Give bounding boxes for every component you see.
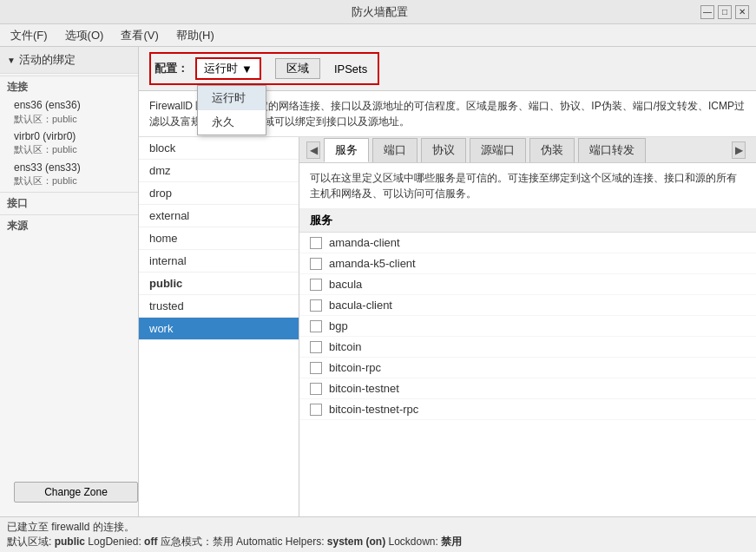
config-label: 配置：	[154, 61, 188, 76]
zone-tab-button[interactable]: 区域	[275, 58, 320, 79]
service-name-bitcoin-testnet-rpc: bitcoin-testnet-rpc	[329, 403, 418, 416]
config-dropdown[interactable]: 运行时 ▼ 运行时 永久	[195, 57, 261, 80]
service-item-bacula[interactable]: bacula	[299, 274, 756, 295]
config-dropdown-popup: 运行时 永久	[197, 85, 266, 135]
tab-端口转发[interactable]: 端口转发	[578, 138, 646, 162]
tab-nav-right[interactable]: ▶	[732, 141, 746, 159]
zone-item-public[interactable]: public	[139, 273, 299, 295]
service-checkbox-bitcoin[interactable]	[310, 341, 322, 353]
connection-ens36-name: ens36 (ens36)	[14, 99, 131, 113]
status-default-zone-value: public	[55, 536, 89, 548]
services-col-header: 服务	[310, 214, 332, 227]
tab-服务[interactable]: 服务	[324, 138, 369, 162]
tab-伪装[interactable]: 伪装	[529, 138, 575, 162]
service-checkbox-bacula[interactable]	[310, 279, 322, 291]
menu-view[interactable]: 查看(V)	[114, 26, 165, 45]
maximize-button[interactable]: □	[718, 5, 732, 19]
connection-virbr0-name: virbr0 (virbr0)	[14, 130, 131, 144]
tab-nav-left[interactable]: ◀	[306, 141, 320, 159]
zone-item-block[interactable]: block	[139, 137, 299, 160]
service-checkbox-amanda-k5-client[interactable]	[310, 258, 322, 270]
active-bindings-header[interactable]: ▼ 活动的绑定	[0, 47, 138, 74]
zone-item-dmz[interactable]: dmz	[139, 160, 299, 182]
tab-协议[interactable]: 协议	[421, 138, 466, 162]
service-item-amanda-client[interactable]: amanda-client	[299, 233, 756, 253]
config-row: 配置： 运行时 ▼ 运行时 永久 区域 IPSets	[139, 47, 756, 91]
config-selected-value: 运行时	[204, 61, 238, 76]
connections-label: 连接	[0, 76, 138, 96]
sidebar-connection-ens33[interactable]: ens33 (ens33) 默认区：public	[0, 159, 138, 190]
service-checkbox-bgp[interactable]	[310, 320, 322, 332]
services-list: amanda-clientamanda-k5-clientbaculabacul…	[299, 233, 756, 516]
service-checkbox-bitcoin-testnet-rpc[interactable]	[310, 404, 322, 416]
service-checkbox-bitcoin-testnet[interactable]	[310, 383, 322, 395]
zone-item-work[interactable]: work	[139, 318, 299, 340]
tabs-area: ◀ 服务端口协议源端口伪装端口转发 ▶	[299, 137, 756, 163]
service-checkbox-bitcoin-rpc[interactable]	[310, 362, 322, 374]
window-title: 防火墙配置	[59, 4, 700, 20]
title-bar-controls: — □ ✕	[700, 5, 749, 19]
sidebar-connection-ens36[interactable]: ens36 (ens36) 默认区：public	[0, 96, 138, 128]
status-helpers-value: system (on)	[327, 536, 389, 548]
sidebar: ▼ 活动的绑定 连接 ens36 (ens36) 默认区：public virb…	[0, 47, 139, 516]
service-item-bitcoin-testnet-rpc[interactable]: bitcoin-testnet-rpc	[299, 399, 756, 420]
status-logdenied-value: off	[144, 536, 161, 548]
service-name-amanda-client: amanda-client	[329, 236, 400, 249]
status-line1: 已建立至 firewalld 的连接。	[7, 520, 749, 535]
services-description: 可以在这里定义区域中哪些服务是可信的。可连接至绑定到这个区域的连接、接口和源的所…	[299, 163, 756, 209]
service-item-bacula-client[interactable]: bacula-client	[299, 295, 756, 316]
zone-item-internal[interactable]: internal	[139, 250, 299, 273]
sources-label: 来源	[0, 214, 138, 235]
service-item-bitcoin-testnet[interactable]: bitcoin-testnet	[299, 378, 756, 399]
dropdown-option-runtime[interactable]: 运行时	[198, 86, 266, 110]
status-lockdown-label: Lockdown:	[389, 536, 438, 548]
title-bar: 防火墙配置 — □ ✕	[0, 0, 756, 24]
connection-ens33-name: ens33 (ens33)	[14, 161, 131, 175]
collapse-arrow-icon: ▼	[7, 56, 16, 65]
menu-help[interactable]: 帮助(H)	[169, 26, 221, 45]
service-name-bitcoin-rpc: bitcoin-rpc	[329, 361, 381, 374]
service-name-bitcoin: bitcoin	[329, 340, 362, 353]
connection-ens36-default: 默认区：public	[14, 113, 131, 125]
connection-virbr0-default: 默认区：public	[14, 143, 131, 155]
service-name-bacula-client: bacula-client	[329, 299, 392, 312]
services-panel: ◀ 服务端口协议源端口伪装端口转发 ▶ 可以在这里定义区域中哪些服务是可信的。可…	[299, 137, 756, 516]
zone-item-external[interactable]: external	[139, 205, 299, 227]
interfaces-label: 接口	[0, 192, 138, 213]
zone-item-trusted[interactable]: trusted	[139, 295, 299, 318]
dropdown-option-permanent[interactable]: 永久	[198, 110, 266, 135]
tab-端口[interactable]: 端口	[372, 138, 417, 162]
service-name-amanda-k5-client: amanda-k5-client	[329, 257, 416, 270]
menu-file[interactable]: 文件(F)	[3, 26, 55, 45]
minimize-button[interactable]: —	[700, 5, 714, 19]
change-zone-button[interactable]: Change Zone	[14, 482, 138, 503]
service-checkbox-bacula-client[interactable]	[310, 299, 322, 312]
service-item-bgp[interactable]: bgp	[299, 316, 756, 337]
services-table-header: 服务	[299, 209, 756, 233]
service-item-bitcoin-rpc[interactable]: bitcoin-rpc	[299, 358, 756, 378]
status-line2: 默认区域: public LogDenied: off 应急模式：禁用 Auto…	[7, 535, 749, 549]
status-default-zone-label: 默认区域:	[7, 536, 51, 548]
active-bindings-label: 活动的绑定	[19, 52, 76, 68]
status-lockdown-value: 禁用	[441, 536, 462, 548]
service-name-bgp: bgp	[329, 319, 348, 332]
status-helpers-label: Automatic Helpers:	[236, 536, 324, 548]
service-name-bacula: bacula	[329, 278, 362, 291]
tab-源端口[interactable]: 源端口	[470, 138, 526, 162]
sidebar-connection-virbr0[interactable]: virbr0 (virbr0) 默认区：public	[0, 128, 138, 159]
close-button[interactable]: ✕	[735, 5, 749, 19]
status-bar: 已建立至 firewalld 的连接。 默认区域: public LogDeni…	[0, 516, 756, 552]
dropdown-arrow-icon: ▼	[241, 62, 253, 76]
main-content: ▼ 活动的绑定 连接 ens36 (ens36) 默认区：public virb…	[0, 47, 756, 516]
config-bordered-box: 配置： 运行时 ▼ 运行时 永久 区域 IPSets	[149, 52, 379, 85]
menu-options[interactable]: 选项(O)	[58, 26, 111, 45]
service-item-amanda-k5-client[interactable]: amanda-k5-client	[299, 253, 756, 274]
connection-ens33-default: 默认区：public	[14, 174, 131, 187]
right-panel: 配置： 运行时 ▼ 运行时 永久 区域 IPSets FirewallD 区域定…	[139, 47, 756, 516]
zone-tab-label: 区域	[286, 62, 309, 75]
service-item-bitcoin[interactable]: bitcoin	[299, 337, 756, 358]
zone-item-drop[interactable]: drop	[139, 182, 299, 205]
status-emergency-label: 应急模式：禁用	[161, 536, 233, 548]
service-checkbox-amanda-client[interactable]	[310, 237, 322, 249]
zone-item-home[interactable]: home	[139, 227, 299, 250]
